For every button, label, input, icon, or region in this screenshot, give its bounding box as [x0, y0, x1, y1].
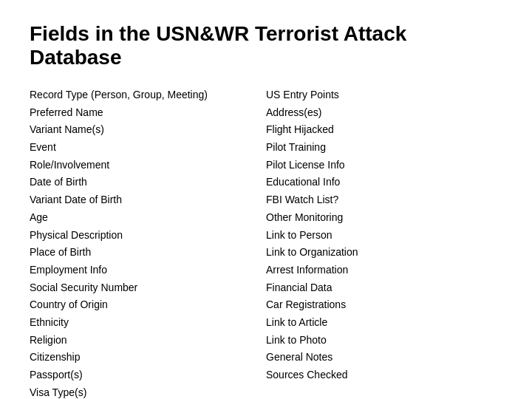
list-item: Link to Article — [266, 315, 502, 331]
list-item: Religion — [30, 332, 266, 349]
list-item: Citizenship — [30, 349, 266, 366]
list-item: Passport(s) — [30, 367, 266, 383]
list-item: Educational Info — [266, 174, 502, 191]
list-item: Link to Person — [266, 228, 502, 244]
list-item: Ethnicity — [30, 315, 266, 331]
list-item: Other Monitoring — [266, 210, 502, 226]
list-item: Record Type (Person, Group, Meeting) — [30, 87, 266, 103]
list-item: Address(es) — [266, 105, 502, 121]
page-title: Fields in the USN&WR Terrorist Attack Da… — [30, 22, 502, 69]
list-item: Date of Birth — [30, 174, 266, 191]
list-item: Arrest Information — [266, 262, 502, 279]
fields-container: Record Type (Person, Group, Meeting)Pref… — [30, 87, 502, 399]
list-item: Variant Name(s) — [30, 122, 266, 138]
list-item: Pilot License Info — [266, 157, 502, 174]
list-item: Place of Birth — [30, 245, 266, 261]
list-item: Link to Organization — [266, 245, 502, 261]
list-item: Flight Hijacked — [266, 122, 502, 138]
right-column: US Entry PointsAddress(es)Flight Hijacke… — [266, 87, 502, 399]
list-item: Variant Date of Birth — [30, 192, 266, 208]
list-item: Country of Origin — [30, 297, 266, 313]
list-item: FBI Watch List? — [266, 192, 502, 208]
list-item: Link to Photo — [266, 332, 502, 349]
list-item: Pilot Training — [266, 140, 502, 156]
list-item: Role/Involvement — [30, 157, 266, 174]
list-item: General Notes — [266, 349, 502, 366]
list-item: Visa Type(s) — [30, 385, 266, 399]
list-item: Event — [30, 140, 266, 156]
list-item: Car Registrations — [266, 297, 502, 313]
list-item: Financial Data — [266, 280, 502, 296]
list-item: Sources Checked — [266, 367, 502, 383]
list-item: Social Security Number — [30, 280, 266, 296]
list-item: Age — [30, 210, 266, 226]
list-item: Preferred Name — [30, 105, 266, 121]
list-item: Employment Info — [30, 262, 266, 279]
left-column: Record Type (Person, Group, Meeting)Pref… — [30, 87, 266, 399]
list-item: Physical Description — [30, 228, 266, 244]
list-item: US Entry Points — [266, 87, 502, 103]
